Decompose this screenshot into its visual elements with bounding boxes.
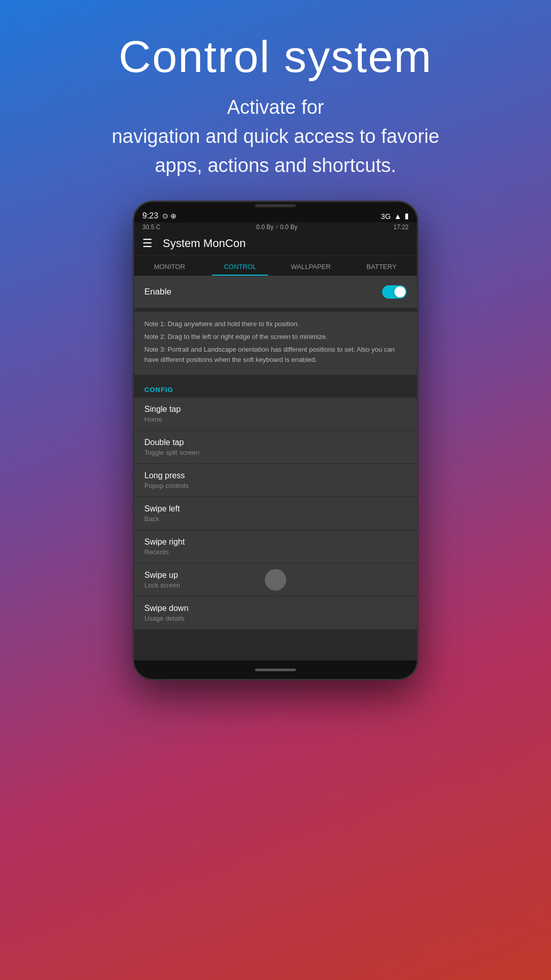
phone-content: Enable Note 1: Drag anywhere and hold th… [134, 276, 417, 660]
enable-toggle[interactable] [382, 285, 407, 299]
tab-control[interactable]: CONTROL [205, 256, 276, 276]
header-subtitle: Activate fornavigation and quick access … [31, 93, 520, 180]
phone-frame: 9:23 ⊙ ⊕ 3G ▲ ▮ 30.5 C 0.0 By ↑ 0.0 By 1… [133, 201, 418, 680]
phone-bottom-bar [134, 660, 417, 679]
hamburger-icon[interactable]: ☰ [142, 237, 153, 250]
signal-icon: ▲ [394, 212, 402, 220]
swipe-right-title: Swipe right [144, 537, 407, 547]
bottom-padding [134, 630, 417, 660]
config-swipe-right[interactable]: Swipe right Recents [134, 530, 417, 564]
clock-label: 17:22 [393, 224, 409, 231]
status-right: 3G ▲ ▮ [381, 211, 409, 220]
scroll-bubble [265, 569, 286, 591]
double-tap-subtitle: Toggle split screen [144, 449, 407, 456]
tab-wallpaper[interactable]: WALLPAPER [276, 256, 346, 276]
network-speed-label: 0.0 By ↑ 0.0 By [256, 224, 297, 231]
long-press-subtitle: Popup controls [144, 482, 407, 489]
single-tap-title: Single tap [144, 405, 407, 414]
double-tap-title: Double tap [144, 438, 407, 447]
config-header: CONFIG [134, 379, 417, 398]
header-section: Control system Activate fornavigation an… [0, 0, 551, 201]
app-title: System MonCon [163, 237, 246, 250]
status-bar: 9:23 ⊙ ⊕ 3G ▲ ▮ [134, 209, 417, 223]
phone-speaker [255, 204, 296, 207]
swipe-left-subtitle: Back [144, 515, 407, 523]
swipe-down-subtitle: Usage details [144, 615, 407, 622]
note-1: Note 1: Drag anywhere and hold there to … [144, 319, 407, 330]
app-toolbar: ☰ System MonCon [134, 232, 417, 256]
config-swipe-up[interactable]: Swipe up Lock screen [134, 564, 417, 597]
notes-section: Note 1: Drag anywhere and hold there to … [134, 312, 417, 375]
header-title: Control system [31, 31, 520, 83]
long-press-title: Long press [144, 471, 407, 480]
battery-icon: ▮ [405, 211, 409, 220]
enable-label: Enable [144, 287, 171, 297]
temp-label: 30.5 C [142, 224, 160, 231]
note-2: Note 2: Drag to the left or right edge o… [144, 332, 407, 342]
config-single-tap[interactable]: Single tap Home [134, 398, 417, 431]
single-tap-subtitle: Home [144, 415, 407, 423]
toggle-knob [394, 286, 406, 298]
swipe-left-title: Swipe left [144, 504, 407, 513]
status-time: 9:23 [142, 211, 158, 220]
swipe-right-subtitle: Recents [144, 548, 407, 556]
status-icons: ⊙ ⊕ [162, 212, 177, 220]
home-indicator [255, 669, 296, 671]
enable-row: Enable [134, 276, 417, 308]
swipe-down-title: Swipe down [144, 604, 407, 613]
sub-status-bar: 30.5 C 0.0 By ↑ 0.0 By 17:22 [134, 223, 417, 232]
config-swipe-down[interactable]: Swipe down Usage details [134, 597, 417, 630]
note-3: Note 3: Portrait and Landscape orientati… [144, 345, 407, 366]
config-double-tap[interactable]: Double tap Toggle split screen [134, 431, 417, 464]
config-long-press[interactable]: Long press Popup controls [134, 464, 417, 497]
config-swipe-left[interactable]: Swipe left Back [134, 497, 417, 530]
tab-battery[interactable]: BATTERY [346, 256, 417, 276]
status-left: 9:23 ⊙ ⊕ [142, 211, 177, 220]
config-section: CONFIG Single tap Home Double tap Toggle… [134, 379, 417, 660]
tab-monitor[interactable]: MONITOR [134, 256, 205, 276]
tabs-bar: MONITOR CONTROL WALLPAPER BATTERY [134, 256, 417, 276]
phone-top-bar [134, 202, 417, 209]
network-label: 3G [381, 212, 391, 220]
